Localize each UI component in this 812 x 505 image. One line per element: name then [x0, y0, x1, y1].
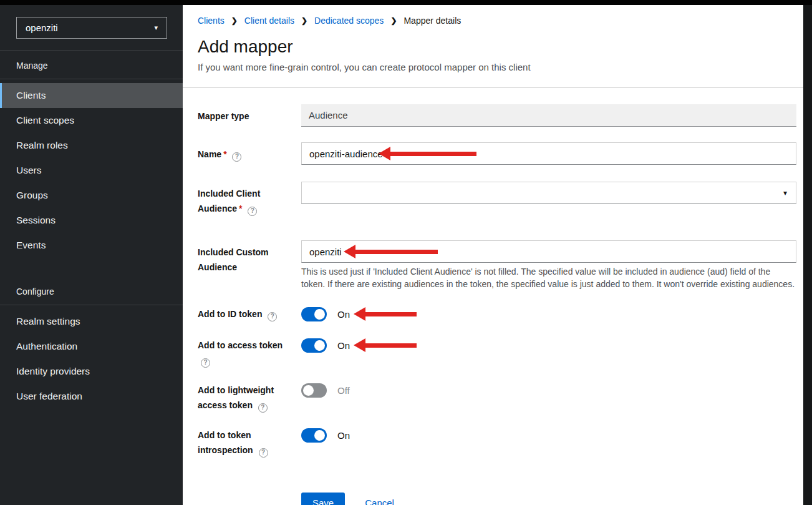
form-row-add-to-access-token: Add to access token ? On — [198, 338, 796, 368]
included-client-audience-select[interactable]: ▾ — [301, 182, 796, 204]
annotation-arrow-access-token — [354, 338, 417, 352]
masthead-strip — [0, 0, 812, 5]
add-mapper-form: Mapper type Audience Name* ? — [183, 88, 803, 505]
add-to-token-introspection-toggle[interactable] — [301, 428, 327, 443]
configure-nav-list: Realm settings Authentication Identity p… — [0, 305, 183, 409]
sidebar-item-realm-settings[interactable]: Realm settings — [0, 309, 183, 334]
form-row-add-to-id-token: Add to ID token ? On — [198, 306, 796, 321]
help-icon[interactable]: ? — [232, 152, 241, 162]
add-to-id-token-toggle[interactable] — [301, 307, 327, 321]
sidebar-item-authentication[interactable]: Authentication — [0, 334, 183, 359]
form-actions: Save Cancel — [301, 493, 796, 505]
breadcrumb: Clients ❯ Client details ❯ Dedicated sco… — [198, 16, 788, 26]
main-content: Clients ❯ Client details ❯ Dedicated sco… — [183, 5, 803, 505]
realm-selector-dropdown[interactable]: openziti ▾ — [16, 17, 167, 39]
toggle-state-label: Off — [337, 385, 350, 396]
chevron-right-icon: ❯ — [390, 16, 397, 25]
cancel-button[interactable]: Cancel — [365, 498, 394, 505]
chevron-down-icon: ▾ — [783, 189, 787, 197]
toggle-state-label: On — [337, 340, 350, 351]
help-icon[interactable]: ? — [268, 312, 277, 321]
help-icon[interactable]: ? — [258, 403, 268, 413]
mapper-type-field: Audience — [301, 104, 796, 127]
form-row-name: Name* ? — [198, 142, 796, 165]
mapper-type-label: Mapper type — [198, 104, 301, 124]
annotation-arrow-id-token — [354, 307, 417, 321]
required-asterisk: * — [239, 203, 242, 213]
page-subtitle: If you want more fine-grain control, you… — [198, 61, 788, 74]
chevron-right-icon: ❯ — [301, 16, 307, 25]
name-input[interactable] — [301, 142, 796, 165]
sidebar-item-groups[interactable]: Groups — [0, 183, 183, 208]
breadcrumb-client-details[interactable]: Client details — [244, 16, 294, 26]
sidebar-section-manage: Manage — [0, 51, 183, 79]
sidebar-item-events[interactable]: Events — [0, 233, 183, 258]
form-row-add-to-token-introspection: Add to token introspection ? On — [198, 428, 796, 458]
form-row-included-custom-audience: Included Custom Audience This is used ju… — [198, 240, 796, 290]
help-icon[interactable]: ? — [248, 207, 257, 216]
add-to-lightweight-access-token-label: Add to lightweight access token ? — [198, 383, 301, 413]
add-to-id-token-label: Add to ID token ? — [198, 306, 301, 321]
keycloak-admin-console: openziti ▾ Manage Clients Client scopes … — [0, 0, 812, 505]
chevron-right-icon: ❯ — [231, 16, 238, 25]
sidebar-section-configure: Configure — [0, 277, 183, 305]
form-row-mapper-type: Mapper type Audience — [198, 104, 796, 127]
page-header: Clients ❯ Client details ❯ Dedicated sco… — [183, 5, 803, 88]
form-row-included-client-audience: Included Client Audience* ? ▾ — [198, 182, 796, 216]
save-button[interactable]: Save — [301, 493, 345, 505]
sidebar-item-users[interactable]: Users — [0, 158, 183, 183]
page-title: Add mapper — [198, 36, 788, 57]
name-label: Name* ? — [198, 142, 301, 162]
toggle-state-label: On — [337, 309, 350, 320]
breadcrumb-clients[interactable]: Clients — [198, 16, 225, 26]
help-icon[interactable]: ? — [201, 358, 210, 368]
realm-selector-area: openziti ▾ — [0, 5, 183, 51]
toggle-state-label: On — [337, 430, 350, 441]
sidebar-item-identity-providers[interactable]: Identity providers — [0, 359, 183, 384]
add-to-token-introspection-label: Add to token introspection ? — [198, 428, 301, 458]
form-row-add-to-lightweight-access-token: Add to lightweight access token ? Off — [198, 383, 796, 413]
add-to-lightweight-access-token-toggle[interactable] — [301, 383, 327, 398]
included-custom-audience-helper-text: This is used just if 'Included Client Au… — [301, 265, 796, 290]
sidebar-item-user-federation[interactable]: User federation — [0, 384, 183, 409]
help-icon[interactable]: ? — [259, 448, 268, 458]
breadcrumb-mapper-details: Mapper details — [404, 16, 461, 26]
included-custom-audience-label: Included Custom Audience — [198, 240, 301, 275]
sidebar-item-realm-roles[interactable]: Realm roles — [0, 133, 183, 158]
chevron-down-icon: ▾ — [154, 24, 158, 32]
sidebar-item-client-scopes[interactable]: Client scopes — [0, 108, 183, 133]
window-edge-strip — [803, 0, 812, 505]
sidebar-item-clients[interactable]: Clients — [0, 83, 183, 108]
add-to-access-token-toggle[interactable] — [301, 338, 327, 353]
sidebar-item-sessions[interactable]: Sessions — [0, 208, 183, 233]
included-custom-audience-input[interactable] — [301, 240, 796, 263]
add-to-access-token-label: Add to access token ? — [198, 338, 301, 368]
manage-nav-list: Clients Client scopes Realm roles Users … — [0, 79, 183, 258]
required-asterisk: * — [223, 149, 226, 159]
realm-name: openziti — [26, 22, 58, 33]
sidebar: openziti ▾ Manage Clients Client scopes … — [0, 5, 183, 505]
breadcrumb-dedicated-scopes[interactable]: Dedicated scopes — [314, 16, 384, 26]
included-client-audience-label: Included Client Audience* ? — [198, 182, 301, 216]
